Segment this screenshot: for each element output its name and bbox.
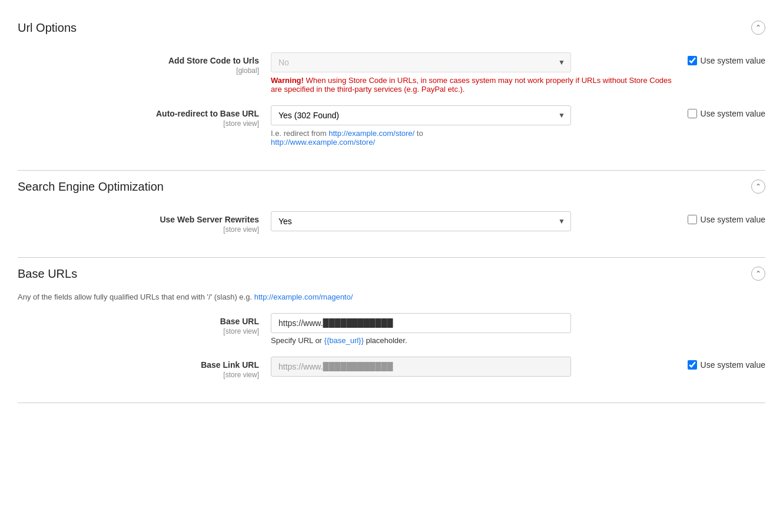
base-link-url-control <box>271 357 679 377</box>
web-server-rewrites-select-wrapper: Yes No ▼ <box>271 211 571 231</box>
base-url-input[interactable] <box>271 313 571 333</box>
web-server-rewrites-row: Use Web Server Rewrites [store view] Yes… <box>18 211 765 234</box>
base-link-url-checkbox[interactable] <box>688 360 697 370</box>
auto-redirect-desc-mid: to <box>414 129 423 138</box>
base-url-hint: Specify URL or {{base_url}} placeholder. <box>271 336 765 345</box>
url-options-collapse-icon[interactable]: ⌃ <box>751 21 765 35</box>
add-store-code-scope: [global] <box>236 66 259 75</box>
base-url-control: Specify URL or {{base_url}} placeholder. <box>271 313 765 345</box>
warning-bold-label: Warning! <box>271 76 304 85</box>
base-urls-note: Any of the fields allow fully qualified … <box>18 292 765 301</box>
base-link-url-system-value: Use system value <box>679 357 765 370</box>
auto-redirect-link2: http://www.example.com/store/ <box>271 138 375 147</box>
add-store-code-system-label: Use system value <box>701 56 765 65</box>
base-url-hint-prefix: Specify URL or <box>271 336 324 345</box>
add-store-code-checkbox[interactable] <box>688 56 697 65</box>
add-store-code-system-value: Use system value <box>679 52 765 65</box>
add-store-code-label: Add Store Code to Urls <box>18 56 259 65</box>
web-server-rewrites-control: Yes No ▼ <box>271 211 679 231</box>
base-url-scope: [store view] <box>223 327 259 335</box>
seo-section: Search Engine Optimization ⌃ Use Web Ser… <box>18 171 765 258</box>
base-url-label-wrapper: Base URL [store view] <box>18 313 271 335</box>
base-url-hint-suffix: placeholder. <box>364 336 407 345</box>
base-link-url-label-wrapper: Base Link URL [store view] <box>18 357 271 379</box>
add-store-code-select[interactable]: No Yes <box>271 52 571 72</box>
base-link-url-input[interactable] <box>271 357 571 377</box>
add-store-code-row: Add Store Code to Urls [global] No Yes ▼… <box>18 52 765 94</box>
auto-redirect-label: Auto-redirect to Base URL <box>18 109 259 118</box>
base-link-url-system-label: Use system value <box>701 360 765 370</box>
base-url-label: Base URL <box>18 317 259 326</box>
add-store-code-warning: Warning! When using Store Code in URLs, … <box>271 76 679 94</box>
auto-redirect-row: Auto-redirect to Base URL [store view] Y… <box>18 105 765 147</box>
seo-collapse-icon[interactable]: ⌃ <box>751 179 765 194</box>
auto-redirect-system-value: Use system value <box>679 105 765 118</box>
base-urls-header: Base URLs ⌃ <box>18 258 765 287</box>
auto-redirect-description: I.e. redirect from http://example.com/st… <box>271 129 679 147</box>
add-store-code-select-wrapper: No Yes ▼ <box>271 52 571 72</box>
base-urls-section: Base URLs ⌃ Any of the fields allow full… <box>18 258 765 403</box>
base-link-url-row: Base Link URL [store view] Use system va… <box>18 357 765 379</box>
auto-redirect-select[interactable]: Yes (302 Found) Yes (301 Moved Permanent… <box>271 105 571 125</box>
page-container: Url Options ⌃ Add Store Code to Urls [gl… <box>0 0 783 415</box>
base-urls-note-link: http://example.com/magento/ <box>254 292 353 301</box>
auto-redirect-system-label: Use system value <box>701 109 765 118</box>
base-urls-collapse-icon[interactable]: ⌃ <box>751 267 765 281</box>
seo-header: Search Engine Optimization ⌃ <box>18 171 765 200</box>
auto-redirect-control: Yes (302 Found) Yes (301 Moved Permanent… <box>271 105 679 147</box>
web-server-rewrites-system-value: Use system value <box>679 211 765 224</box>
auto-redirect-scope: [store view] <box>223 119 259 128</box>
add-store-code-label-wrapper: Add Store Code to Urls [global] <box>18 52 271 75</box>
seo-title: Search Engine Optimization <box>18 180 164 194</box>
web-server-rewrites-scope: [store view] <box>223 225 259 234</box>
auto-redirect-link1: http://example.com/store/ <box>329 129 414 138</box>
add-store-code-control: No Yes ▼ Warning! When using Store Code … <box>271 52 679 94</box>
web-server-rewrites-label: Use Web Server Rewrites <box>18 215 259 224</box>
warning-body-text: When using Store Code in URLs, in some c… <box>271 76 672 94</box>
base-link-url-label: Base Link URL <box>18 360 259 370</box>
base-urls-note-prefix: Any of the fields allow fully qualified … <box>18 292 254 301</box>
web-server-rewrites-select[interactable]: Yes No <box>271 211 571 231</box>
url-options-header: Url Options ⌃ <box>18 12 765 41</box>
web-server-rewrites-system-label: Use system value <box>701 215 765 224</box>
web-server-rewrites-checkbox[interactable] <box>688 215 697 224</box>
base-url-hint-link: {{base_url}} <box>324 336 364 345</box>
auto-redirect-select-wrapper: Yes (302 Found) Yes (301 Moved Permanent… <box>271 105 571 125</box>
base-urls-title: Base URLs <box>18 267 77 281</box>
url-options-title: Url Options <box>18 21 77 35</box>
url-options-section: Url Options ⌃ Add Store Code to Urls [gl… <box>18 12 765 171</box>
base-link-url-scope: [store view] <box>223 371 259 379</box>
auto-redirect-checkbox[interactable] <box>688 109 697 118</box>
auto-redirect-label-wrapper: Auto-redirect to Base URL [store view] <box>18 105 271 128</box>
base-url-row: Base URL [store view] Specify URL or {{b… <box>18 313 765 345</box>
web-server-rewrites-label-wrapper: Use Web Server Rewrites [store view] <box>18 211 271 234</box>
auto-redirect-desc-prefix: I.e. redirect from <box>271 129 329 138</box>
